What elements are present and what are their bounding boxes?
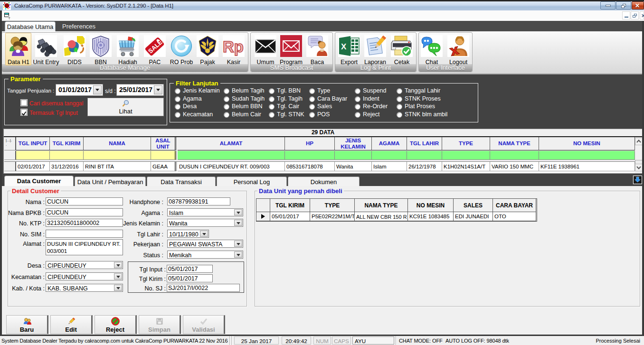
svg-text:X: X [341,42,347,51]
svg-text:Rp: Rp [223,38,244,56]
